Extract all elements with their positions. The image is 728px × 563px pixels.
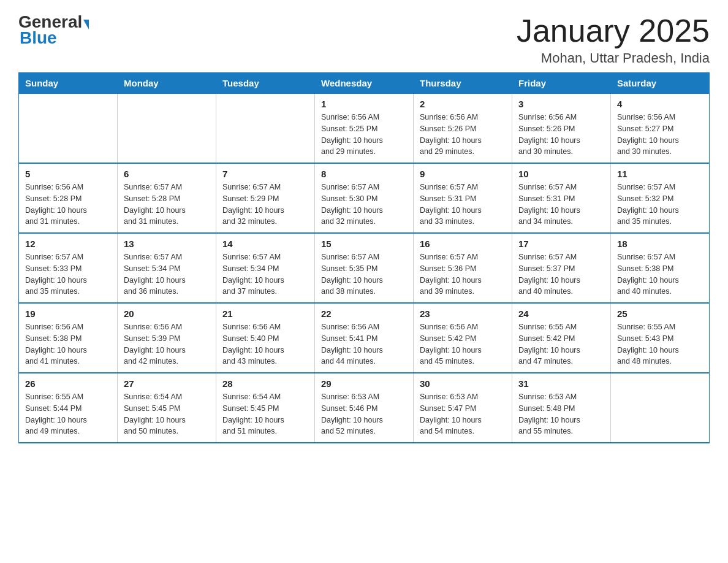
day-info: Sunrise: 6:56 AM Sunset: 5:40 PM Dayligh… [222, 321, 308, 367]
day-info: Sunrise: 6:56 AM Sunset: 5:26 PM Dayligh… [518, 112, 604, 158]
calendar-cell: 16Sunrise: 6:57 AM Sunset: 5:36 PM Dayli… [414, 233, 512, 303]
day-number: 4 [617, 99, 703, 109]
calendar-cell: 1Sunrise: 6:56 AM Sunset: 5:25 PM Daylig… [315, 94, 414, 164]
day-info: Sunrise: 6:57 AM Sunset: 5:37 PM Dayligh… [518, 251, 604, 297]
calendar-cell: 28Sunrise: 6:54 AM Sunset: 5:45 PM Dayli… [216, 373, 315, 443]
day-number: 19 [25, 308, 111, 319]
calendar-title: January 2025 [517, 12, 710, 49]
day-info: Sunrise: 6:57 AM Sunset: 5:31 PM Dayligh… [420, 182, 506, 228]
day-number: 26 [25, 378, 111, 389]
day-number: 5 [25, 169, 111, 179]
calendar-cell: 5Sunrise: 6:56 AM Sunset: 5:28 PM Daylig… [19, 163, 118, 233]
calendar-cell: 13Sunrise: 6:57 AM Sunset: 5:34 PM Dayli… [118, 233, 216, 303]
day-info: Sunrise: 6:57 AM Sunset: 5:35 PM Dayligh… [321, 251, 407, 297]
day-number: 30 [420, 378, 506, 389]
day-info: Sunrise: 6:57 AM Sunset: 5:38 PM Dayligh… [617, 251, 703, 297]
day-number: 18 [617, 239, 703, 249]
day-info: Sunrise: 6:55 AM Sunset: 5:42 PM Dayligh… [518, 321, 604, 367]
day-info: Sunrise: 6:57 AM Sunset: 5:34 PM Dayligh… [222, 251, 308, 297]
calendar-table: SundayMondayTuesdayWednesdayThursdayFrid… [18, 72, 710, 443]
day-number: 23 [420, 308, 506, 319]
title-area: January 2025 Mohan, Uttar Pradesh, India [517, 12, 710, 66]
calendar-cell: 10Sunrise: 6:57 AM Sunset: 5:31 PM Dayli… [512, 163, 611, 233]
calendar-cell: 31Sunrise: 6:53 AM Sunset: 5:48 PM Dayli… [512, 373, 611, 443]
day-number: 14 [222, 239, 308, 249]
day-info: Sunrise: 6:56 AM Sunset: 5:28 PM Dayligh… [25, 182, 111, 228]
calendar-cell: 19Sunrise: 6:56 AM Sunset: 5:38 PM Dayli… [19, 303, 118, 373]
day-number: 9 [420, 169, 506, 179]
calendar-cell: 25Sunrise: 6:55 AM Sunset: 5:43 PM Dayli… [611, 303, 710, 373]
day-info: Sunrise: 6:55 AM Sunset: 5:43 PM Dayligh… [617, 321, 703, 367]
calendar-week-3: 12Sunrise: 6:57 AM Sunset: 5:33 PM Dayli… [19, 233, 710, 303]
calendar-cell: 12Sunrise: 6:57 AM Sunset: 5:33 PM Dayli… [19, 233, 118, 303]
day-number: 15 [321, 239, 407, 249]
day-info: Sunrise: 6:56 AM Sunset: 5:39 PM Dayligh… [124, 321, 210, 367]
day-number: 3 [518, 99, 604, 109]
day-number: 17 [518, 239, 604, 249]
day-number: 24 [518, 308, 604, 319]
logo-triangle-icon [83, 20, 89, 29]
calendar-cell: 4Sunrise: 6:56 AM Sunset: 5:27 PM Daylig… [611, 94, 710, 164]
day-number: 28 [222, 378, 308, 389]
calendar-cell: 3Sunrise: 6:56 AM Sunset: 5:26 PM Daylig… [512, 94, 611, 164]
day-number: 31 [518, 378, 604, 389]
day-number: 2 [420, 99, 506, 109]
day-number: 1 [321, 99, 407, 109]
day-number: 29 [321, 378, 407, 389]
calendar-cell: 20Sunrise: 6:56 AM Sunset: 5:39 PM Dayli… [118, 303, 216, 373]
calendar-cell: 11Sunrise: 6:57 AM Sunset: 5:32 PM Dayli… [611, 163, 710, 233]
day-info: Sunrise: 6:54 AM Sunset: 5:45 PM Dayligh… [222, 391, 308, 437]
calendar-cell [118, 94, 216, 164]
day-number: 21 [222, 308, 308, 319]
day-number: 13 [124, 239, 210, 249]
calendar-cell: 27Sunrise: 6:54 AM Sunset: 5:45 PM Dayli… [118, 373, 216, 443]
calendar-week-4: 19Sunrise: 6:56 AM Sunset: 5:38 PM Dayli… [19, 303, 710, 373]
day-number: 7 [222, 169, 308, 179]
calendar-cell: 29Sunrise: 6:53 AM Sunset: 5:46 PM Dayli… [315, 373, 414, 443]
day-header-friday: Friday [512, 73, 611, 94]
day-header-wednesday: Wednesday [315, 73, 414, 94]
calendar-cell: 22Sunrise: 6:56 AM Sunset: 5:41 PM Dayli… [315, 303, 414, 373]
day-info: Sunrise: 6:56 AM Sunset: 5:26 PM Dayligh… [420, 112, 506, 158]
logo-blue-text: Blue [20, 28, 57, 47]
day-header-saturday: Saturday [611, 73, 710, 94]
day-info: Sunrise: 6:53 AM Sunset: 5:46 PM Dayligh… [321, 391, 407, 437]
calendar-week-1: 1Sunrise: 6:56 AM Sunset: 5:25 PM Daylig… [19, 94, 710, 164]
day-header-tuesday: Tuesday [216, 73, 315, 94]
day-info: Sunrise: 6:57 AM Sunset: 5:31 PM Dayligh… [518, 182, 604, 228]
day-info: Sunrise: 6:57 AM Sunset: 5:33 PM Dayligh… [25, 251, 111, 297]
calendar-header-row: SundayMondayTuesdayWednesdayThursdayFrid… [19, 73, 710, 94]
calendar-cell: 14Sunrise: 6:57 AM Sunset: 5:34 PM Dayli… [216, 233, 315, 303]
day-number: 10 [518, 169, 604, 179]
day-header-sunday: Sunday [19, 73, 118, 94]
day-info: Sunrise: 6:57 AM Sunset: 5:36 PM Dayligh… [420, 251, 506, 297]
day-info: Sunrise: 6:55 AM Sunset: 5:44 PM Dayligh… [25, 391, 111, 437]
calendar-subtitle: Mohan, Uttar Pradesh, India [517, 50, 710, 66]
day-info: Sunrise: 6:53 AM Sunset: 5:48 PM Dayligh… [518, 391, 604, 437]
day-number: 16 [420, 239, 506, 249]
calendar-cell [19, 94, 118, 164]
day-number: 6 [124, 169, 210, 179]
day-info: Sunrise: 6:56 AM Sunset: 5:27 PM Dayligh… [617, 112, 703, 158]
calendar-cell [216, 94, 315, 164]
calendar-cell: 6Sunrise: 6:57 AM Sunset: 5:28 PM Daylig… [118, 163, 216, 233]
day-info: Sunrise: 6:54 AM Sunset: 5:45 PM Dayligh… [124, 391, 210, 437]
day-info: Sunrise: 6:57 AM Sunset: 5:32 PM Dayligh… [617, 182, 703, 228]
day-number: 12 [25, 239, 111, 249]
calendar-cell: 15Sunrise: 6:57 AM Sunset: 5:35 PM Dayli… [315, 233, 414, 303]
day-info: Sunrise: 6:57 AM Sunset: 5:34 PM Dayligh… [124, 251, 210, 297]
calendar-week-5: 26Sunrise: 6:55 AM Sunset: 5:44 PM Dayli… [19, 373, 710, 443]
calendar-cell: 23Sunrise: 6:56 AM Sunset: 5:42 PM Dayli… [414, 303, 512, 373]
day-number: 27 [124, 378, 210, 389]
calendar-cell [611, 373, 710, 443]
logo: General Blue [18, 12, 89, 48]
calendar-cell: 2Sunrise: 6:56 AM Sunset: 5:26 PM Daylig… [414, 94, 512, 164]
day-info: Sunrise: 6:53 AM Sunset: 5:47 PM Dayligh… [420, 391, 506, 437]
calendar-cell: 18Sunrise: 6:57 AM Sunset: 5:38 PM Dayli… [611, 233, 710, 303]
day-info: Sunrise: 6:57 AM Sunset: 5:28 PM Dayligh… [124, 182, 210, 228]
day-number: 25 [617, 308, 703, 319]
calendar-cell: 17Sunrise: 6:57 AM Sunset: 5:37 PM Dayli… [512, 233, 611, 303]
calendar-cell: 8Sunrise: 6:57 AM Sunset: 5:30 PM Daylig… [315, 163, 414, 233]
day-info: Sunrise: 6:56 AM Sunset: 5:42 PM Dayligh… [420, 321, 506, 367]
day-header-thursday: Thursday [414, 73, 512, 94]
